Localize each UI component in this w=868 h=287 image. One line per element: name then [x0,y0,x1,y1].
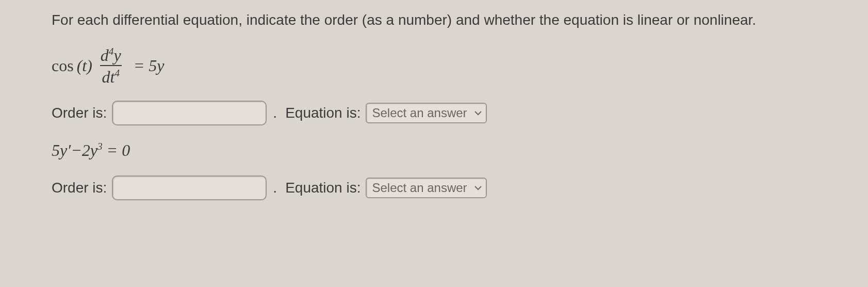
equation-is-label-1: Equation is: [285,105,361,121]
eq1-t: (t) [77,56,92,75]
linearity-select-wrap-2: Select an answer [366,178,486,198]
order-label-2: Order is: [52,180,107,196]
order-input-2[interactable] [112,176,267,200]
linearity-select-wrap-1: Select an answer [366,103,486,123]
eq1-fraction: d4y dt4 [99,46,123,85]
period-2: . [273,180,277,196]
order-input-1[interactable] [112,101,267,125]
eq1-frac-num: d4y [99,46,123,66]
equation-1: cos(t) d4y dt4 = 5y [52,46,816,85]
order-label-1: Order is: [52,105,107,121]
eq1-cos: cos [52,56,74,75]
question-container: For each differential equation, indicate… [0,0,868,200]
eq2-body: 5y′−2y3 = 0 [52,141,130,160]
period-1: . [273,105,277,121]
equation-2: 5y′−2y3 = 0 [52,141,816,160]
linearity-select-1[interactable]: Select an answer [366,103,486,123]
question-prompt: For each differential equation, indicate… [52,10,816,30]
answer-row-2: Order is: . Equation is: Select an answe… [52,176,816,200]
eq1-equals: = 5y [129,56,165,75]
equation-is-label-2: Equation is: [285,180,361,196]
answer-row-1: Order is: . Equation is: Select an answe… [52,101,816,125]
linearity-select-2[interactable]: Select an answer [366,178,486,198]
eq1-frac-den: dt4 [100,65,122,85]
